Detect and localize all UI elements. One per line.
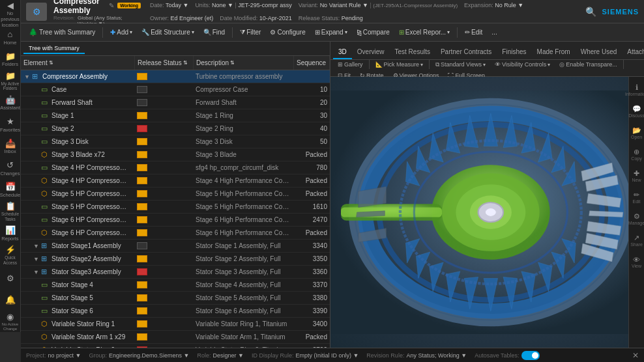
sidebar-item-alerts[interactable]: 🔔 (1, 290, 20, 310)
configure-button[interactable]: ⚙ Configure (266, 27, 309, 37)
page-title: Compressor Assembly (53, 0, 106, 15)
title-edit-icon: ✎ (109, 2, 114, 9)
sidebar-item-no-change[interactable]: ◉ No Active Change (1, 311, 20, 331)
schedule-tasks-icon: 📋 (5, 201, 16, 212)
cell-seq: 3340 (294, 242, 330, 249)
visibility-button[interactable]: 👁 Visibility Controls ▾ (491, 61, 553, 68)
tree-summary-button[interactable]: 🌲 Tree with Summary (25, 27, 99, 38)
row-icon: ▭ (41, 98, 50, 107)
toolbar-sep-3 (457, 27, 458, 38)
table-row[interactable]: ▭ Stator Stage 5 Stator Stage 5 Assembly… (21, 292, 330, 305)
table-row[interactable]: ▭ Case Compressor Case 10 (21, 83, 330, 96)
sidebar-item-schedule-tasks[interactable]: 📋 Schedule Tasks (1, 201, 20, 221)
cell-seq: Packed (294, 151, 330, 158)
edit-button[interactable]: ✏ Edit (461, 27, 486, 37)
cell-seq: 40 (294, 125, 330, 132)
add-button[interactable]: ✚ Add ▾ (106, 27, 136, 37)
table-row[interactable]: ⬡ Stage 3 Blade x72 Stage 3 Blade Packed (21, 148, 330, 161)
table-row[interactable]: ▭ Stator Stage 4 Stator Stage 4 Assembly… (21, 279, 330, 292)
table-row[interactable]: ▼ ⊞ Stator Stage1 Assembly Stator Stage … (21, 240, 330, 253)
row-name: Stage 4 HP Compressor Blade x61 (51, 177, 127, 184)
row-icon: ▭ (41, 163, 50, 172)
edit-struct-dropdown: ▾ (192, 29, 194, 35)
cell-status (135, 268, 194, 275)
table-row[interactable]: ▭ Stage 6 HP Compressor Disk Stage 6 Hig… (21, 214, 330, 227)
table-row[interactable]: ⬡ Stage 4 HP Compressor Blade x61 Stage … (21, 174, 330, 188)
top-right: 🔍 SIEMENS (585, 7, 639, 17)
col-header-element[interactable]: Element ⇅ (21, 56, 135, 70)
tab-partner-contracts[interactable]: Partner Contracts (435, 46, 497, 59)
sidebar-item-settings[interactable]: ⚙ (1, 268, 20, 288)
rs-open-button[interactable]: 📂 Open (630, 122, 644, 143)
3d-view-area[interactable]: ℹ Information 💬 Discuss 📂 Open ⊕ Copy (330, 77, 644, 348)
gallery-button[interactable]: ⊞ Gallery (334, 61, 366, 68)
sidebar-item-previous[interactable]: ◀ No previous location (1, 3, 20, 26)
status-flag (137, 255, 147, 262)
table-row[interactable]: ⬡ Variable Stator Arm 1 x29 Variable Sta… (21, 331, 330, 344)
rs-share-button[interactable]: ↗ Share (630, 230, 644, 251)
table-row[interactable]: ▭ Stage 3 Disk Stage 3 Disk 50 (21, 135, 330, 148)
table-row[interactable]: ▭ Stage 4 HP Compressor Disk sfg4 hp_com… (21, 161, 330, 174)
sb-role: Role: Designer ▼ (197, 352, 243, 359)
sidebar-item-schedule[interactable]: 📅 Schedule (1, 180, 20, 200)
table-row[interactable]: ▭ Stage 5 HP Compressor Disk Stage 5 Hig… (21, 201, 330, 214)
tab-made-from[interactable]: Made From (532, 46, 576, 59)
sidebar-item-reports[interactable]: 📊 Reports (1, 223, 20, 244)
sidebar-item-favorites[interactable]: ★ Favorites (1, 115, 20, 135)
table-row[interactable]: ▭ Stage 2 Stage 2 Ring 40 (21, 122, 330, 135)
rs-discuss-button[interactable]: 💬 Discuss (630, 101, 644, 122)
table-row[interactable]: ⬡ Stage 6 HP Compressor Blade x87 Stage … (21, 227, 330, 240)
sort-icon-element: ⇅ (49, 60, 53, 66)
table-row[interactable]: ▼ ⊞ Stator Stage3 Assembly Stator Stage … (21, 266, 330, 279)
sidebar-item-quick-access[interactable]: ⚡ Quick Access (1, 245, 20, 265)
table-row[interactable]: ▭ Forward Shaft Forward Shaft 20 (21, 96, 330, 109)
standard-views-button[interactable]: ⧉ Standard Views ▾ (432, 61, 489, 69)
rs-copy-button[interactable]: ⊕ Copy (630, 144, 644, 165)
variant-meta: Variant: No Variant Rule ▼ | (JET-295/A1… (299, 2, 458, 8)
rs-manage-button[interactable]: ⚙ Manage (630, 208, 644, 229)
tab-test-results[interactable]: Test Results (389, 46, 435, 59)
col-header-seq[interactable]: Sequence (294, 56, 330, 70)
rs-new-button[interactable]: ✚ New (630, 165, 644, 186)
rs-view-button[interactable]: 👁 View (630, 251, 644, 272)
tab-finishes[interactable]: Finishes (497, 46, 531, 59)
sidebar-item-assistant[interactable]: 🤖 Assistant (1, 92, 20, 113)
rs-edit-button[interactable]: ✏ Edit (630, 187, 644, 208)
rs-information-button[interactable]: ℹ Information (630, 79, 644, 100)
sidebar-item-folders[interactable]: 📁 Folders (1, 49, 20, 69)
table-row[interactable]: ⬡ Stage 5 HP Compressor Blade x65 Stage … (21, 188, 330, 201)
col-header-desc[interactable]: Description ⇅ (194, 56, 294, 70)
table-row[interactable]: ▭ Stator Stage 6 Stator Stage 6 Assembly… (21, 305, 330, 318)
status-bar-close[interactable]: ✕ (632, 351, 639, 360)
sidebar-item-active-folders[interactable]: 📁 My Active Folders (1, 71, 20, 91)
no-change-icon: ◉ (7, 312, 14, 322)
tab-overview[interactable]: Overview (352, 46, 390, 59)
table-row[interactable]: ▭ Stage 1 Stage 1 Ring 30 (21, 109, 330, 122)
expand-button[interactable]: ⊞ Expand ▾ (311, 27, 351, 37)
sidebar-item-home[interactable]: ⌂ Home (1, 27, 20, 48)
find-button[interactable]: 🔍 Find (199, 27, 229, 37)
tab-where-used[interactable]: Where Used (576, 46, 622, 59)
filter-button[interactable]: ⧩ Filter (236, 27, 265, 38)
cell-status (135, 151, 194, 158)
share-icon: ↗ (634, 234, 639, 242)
pick-measure-button[interactable]: 📐 Pick Measure ▾ (372, 61, 427, 68)
tab-3d[interactable]: 3D (333, 46, 352, 59)
sidebar-item-inbox[interactable]: 📥 Inbox (1, 136, 20, 156)
more-button[interactable]: ... (488, 27, 501, 37)
edit-structure-button[interactable]: 🔧 Edit Structure ▾ (138, 27, 198, 37)
col-header-status[interactable]: Release Status ⇅ (135, 56, 194, 70)
compare-button[interactable]: ⧎ Compare (353, 27, 394, 37)
table-row[interactable]: ⬡ Variable Stator Ring 1 Variable Stator… (21, 318, 330, 331)
tab-attachments[interactable]: Attachments (622, 46, 644, 59)
row-name: Case (51, 86, 66, 93)
table-row[interactable]: ▼ ⊞ Stator Stage2 Assembly Stator Stage … (21, 253, 330, 266)
row-name: Stage 6 HP Compressor Disk (51, 216, 127, 223)
search-icon[interactable]: 🔍 (585, 7, 596, 17)
excel-report-button[interactable]: ⊞ Excel Repor... ▾ (395, 27, 454, 37)
autosave-toggle[interactable] (521, 351, 540, 360)
sidebar-item-changes[interactable]: ↺ Changes (1, 158, 20, 178)
transparency-button[interactable]: ◎ Enable Transpare... (556, 61, 621, 68)
table-row[interactable]: ▼ ⊞ Compressor Assembly Turbine compress… (21, 70, 330, 83)
tree-tab-summary[interactable]: Tree with Summary (23, 44, 85, 54)
